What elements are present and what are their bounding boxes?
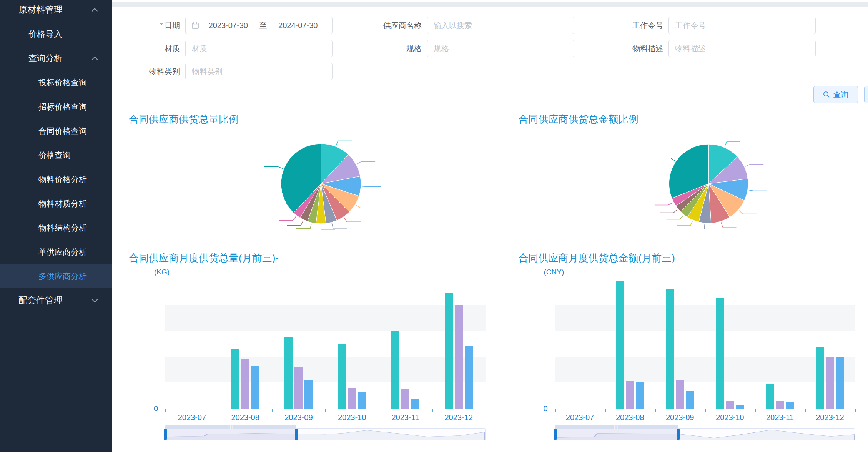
sidebar-item-物料材质分析[interactable]: 物料材质分析 [0, 191, 112, 216]
sidebar: 原材料管理价格导入查询分析投标价格查询招标价格查询合同价格查询价格查询物料价格分… [0, 0, 112, 452]
pie-label-leader-line [657, 158, 675, 161]
sidebar-item-label: 投标价格查询 [38, 77, 87, 88]
data-zoom-slider[interactable]: ||| [555, 428, 855, 440]
sidebar-item-原材料管理[interactable]: 原材料管理 [0, 0, 112, 22]
charts-grid: 合同供应商供货总量比例 合同供应商供货总金额比例 合同供应商月度供货总量(月前三… [112, 107, 868, 440]
x-axis-label: 2023-08 [219, 413, 272, 422]
bar [401, 389, 409, 409]
x-axis-tick [379, 409, 379, 412]
slider-left-handle[interactable] [164, 429, 167, 440]
x-axis-tick [655, 409, 656, 412]
sidebar-item-label: 合同价格查询 [38, 126, 87, 136]
y-axis-zero-label: 0 [544, 404, 548, 413]
bar-group-2023-08 [219, 279, 272, 409]
slider-move-handle[interactable]: ||| [555, 425, 678, 429]
x-axis-label: 2023-12 [432, 413, 486, 422]
supplier-input[interactable] [427, 17, 574, 34]
sidebar-item-合同价格查询[interactable]: 合同价格查询 [0, 119, 112, 143]
x-axis-tick [219, 409, 219, 412]
chevron-up-icon [92, 8, 98, 14]
required-asterisk: * [160, 21, 163, 30]
x-axis-tick [705, 409, 706, 412]
material-category-input[interactable] [185, 63, 333, 80]
sidebar-item-物料价格分析[interactable]: 物料价格分析 [0, 167, 112, 191]
bar [726, 401, 734, 409]
spec-label: 规格 [369, 43, 427, 54]
sidebar-item-投标价格查询[interactable]: 投标价格查询 [0, 70, 112, 95]
x-axis-tick [755, 409, 756, 412]
material-category-field: 物料类别 [128, 63, 369, 80]
slider-right-handle[interactable] [677, 429, 680, 440]
bar-quantity-plot: 0 [165, 279, 486, 409]
material-input[interactable] [185, 40, 333, 57]
sidebar-item-label: 查询分析 [28, 53, 62, 64]
sidebar-item-价格导入[interactable]: 价格导入 [0, 22, 112, 46]
slider-right-handle[interactable] [295, 429, 298, 440]
date-start-value[interactable]: 2023-07-30 [200, 21, 257, 30]
pie-chart-amount-card: 合同供应商供货总金额比例 [499, 107, 868, 241]
sidebar-menu: 原材料管理价格导入查询分析投标价格查询招标价格查询合同价格查询价格查询物料价格分… [0, 0, 112, 312]
pie-label-leader-line [362, 186, 381, 187]
bar [716, 298, 724, 409]
bar-group-2023-12 [805, 279, 855, 409]
date-label: *日期 [128, 20, 185, 31]
pie-label-leader-line [666, 216, 683, 219]
bar [284, 337, 293, 409]
bar [391, 331, 399, 409]
sidebar-item-价格查询[interactable]: 价格查询 [0, 143, 112, 167]
sidebar-item-配套件管理[interactable]: 配套件管理 [0, 288, 112, 312]
x-axis-label: 2023-07 [555, 413, 605, 422]
top-divider [112, 2, 868, 7]
bar-quantity-title: 合同供应商月度供货总量(月前三)- [129, 251, 499, 265]
pie-label-leader-line [690, 224, 705, 229]
sidebar-item-多供应商分析[interactable]: 多供应商分析 [0, 264, 112, 288]
sidebar-item-招标价格查询[interactable]: 招标价格查询 [0, 95, 112, 119]
pie-label-leader-line [264, 167, 283, 169]
slider-left-handle[interactable] [554, 429, 557, 440]
bar [766, 384, 774, 409]
action-row: 查询 [112, 80, 868, 107]
slider-move-handle[interactable]: ||| [165, 425, 296, 429]
work-order-input[interactable] [668, 17, 816, 34]
pie-label-leader-line [677, 221, 692, 226]
x-axis-tick [605, 409, 606, 412]
partial-button-cutoff[interactable] [864, 86, 868, 103]
x-axis-label: 2023-10 [325, 413, 379, 422]
x-axis-tick [325, 409, 326, 412]
bar-group-2023-07 [555, 279, 605, 409]
bar [816, 347, 824, 409]
slider-window[interactable] [555, 428, 678, 440]
pie-label-leader-line [336, 141, 352, 145]
bar-amount-plot: 0 [555, 279, 855, 409]
sidebar-item-label: 单供应商分析 [38, 247, 87, 258]
pie-chart-quantity-card: 合同供应商供货总量比例 [129, 107, 499, 241]
spec-input[interactable] [427, 40, 574, 57]
bar-amount-x-labels: 2023-072023-082023-092023-102023-112023-… [555, 413, 855, 422]
bar-group-2023-09 [655, 279, 705, 409]
pie-label-leader-line [654, 203, 672, 205]
pie-label-leader-line [357, 161, 375, 164]
bar [686, 391, 694, 409]
date-range-picker[interactable]: 2023-07-30 至 2024-07-30 [185, 17, 333, 34]
bar-quantity-unit: (KG) [154, 268, 499, 276]
sidebar-item-label: 物料结构分析 [38, 223, 87, 233]
x-axis-label: 2023-11 [379, 413, 432, 422]
sidebar-item-单供应商分析[interactable]: 单供应商分析 [0, 240, 112, 264]
bar [455, 305, 463, 409]
bar [304, 380, 313, 409]
bar [241, 359, 249, 409]
pie-label-leader-line [660, 209, 677, 213]
date-end-value[interactable]: 2024-07-30 [269, 21, 327, 30]
data-zoom-slider[interactable]: ||| [165, 428, 486, 440]
sidebar-item-物料结构分析[interactable]: 物料结构分析 [0, 216, 112, 240]
sidebar-item-查询分析[interactable]: 查询分析 [0, 46, 112, 70]
sidebar-item-label: 物料价格分析 [38, 174, 87, 185]
bar [786, 402, 794, 409]
spec-field: 规格 [369, 40, 611, 57]
slider-window[interactable] [165, 428, 296, 440]
query-button[interactable]: 查询 [813, 86, 858, 103]
x-axis-tick [555, 409, 556, 412]
material-desc-input[interactable] [668, 40, 816, 57]
bar [776, 401, 784, 409]
x-axis-tick [486, 409, 486, 412]
